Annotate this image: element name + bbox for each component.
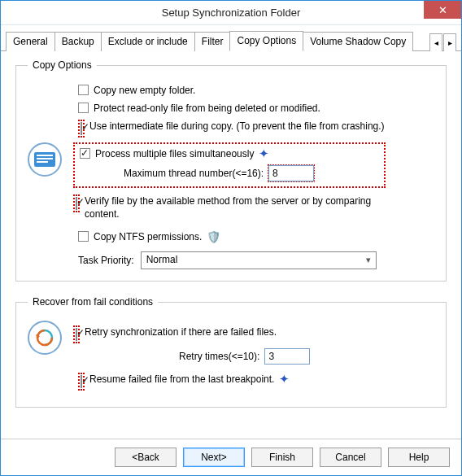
label-intermediate-file: Use intermediate file during copy. (To p… xyxy=(89,120,385,133)
sync-swirl-icon xyxy=(34,327,55,348)
option-protect-readonly[interactable]: Protect read-only file from being delete… xyxy=(78,102,320,115)
tab-copy-options[interactable]: Copy Options xyxy=(229,31,303,51)
group-recover-legend: Recover from fail conditions xyxy=(28,296,158,308)
label-retry-times: Retry times(<=10): xyxy=(179,351,259,362)
group-copy-options: Copy Options Copy new empty folder. Prot… xyxy=(15,59,447,282)
option-multithread[interactable]: Process multiple files simultaneously ✦ xyxy=(80,147,376,160)
svg-rect-3 xyxy=(37,161,48,163)
dialog-window: Setup Synchronization Folder ✕ General B… xyxy=(0,0,462,476)
copy-group-icon xyxy=(28,142,62,177)
checkbox-resume-breakpoint[interactable] xyxy=(81,375,82,388)
label-max-thread: Maximum thread number(<=16): xyxy=(124,168,264,179)
cancel-button[interactable]: Cancel xyxy=(320,448,381,467)
option-copy-ntfs[interactable]: Copy NTFS permissions. 🛡️ xyxy=(78,230,220,243)
keyboard-lines-icon xyxy=(34,152,55,167)
tabstrip-scroll-right[interactable]: ▸ xyxy=(443,33,456,51)
option-retry-sync[interactable]: Retry synchronization if there are faile… xyxy=(73,325,277,343)
svg-rect-2 xyxy=(37,158,53,159)
checkbox-retry-sync[interactable] xyxy=(76,328,77,341)
titlebar: Setup Synchronization Folder ✕ xyxy=(1,1,461,25)
svg-rect-1 xyxy=(37,155,53,156)
uac-shield-icon: 🛡️ xyxy=(207,230,220,243)
label-task-priority: Task Priority: xyxy=(78,255,134,266)
label-multithread: Process multiple files simultaneously xyxy=(95,147,254,160)
tabstrip-scroll-left[interactable]: ◂ xyxy=(429,33,442,51)
select-task-priority[interactable]: Normal xyxy=(141,251,377,269)
recover-group-icon xyxy=(28,321,62,355)
checkbox-copy-ntfs[interactable] xyxy=(78,231,89,242)
input-retry-times[interactable] xyxy=(264,348,310,365)
tabstrip: General Backup Exclude or include Filter… xyxy=(1,25,461,51)
option-copy-new-empty[interactable]: Copy new empty folder. xyxy=(78,84,195,97)
label-resume-breakpoint: Resume failed file from the last breakpo… xyxy=(89,373,274,386)
checkbox-verify-file[interactable] xyxy=(76,197,77,210)
sparkle-icon: ✦ xyxy=(279,373,290,386)
group-recover: Recover from fail conditions Retry synch… xyxy=(15,296,447,408)
chevron-left-icon: ◂ xyxy=(434,38,438,47)
help-button[interactable]: Help xyxy=(388,448,450,467)
tab-filter[interactable]: Filter xyxy=(194,32,231,51)
chevron-right-icon: ▸ xyxy=(448,38,452,47)
option-intermediate-file[interactable]: Use intermediate file during copy. (To p… xyxy=(78,120,385,138)
dialog-footer: <Back Next> Finish Cancel Help xyxy=(1,439,461,475)
label-retry-sync: Retry synchronization if there are faile… xyxy=(85,325,277,338)
option-resume-breakpoint[interactable]: Resume failed file from the last breakpo… xyxy=(78,373,290,391)
checkbox-copy-new-empty[interactable] xyxy=(78,85,89,95)
checkbox-intermediate-file[interactable] xyxy=(81,122,82,135)
dialog-body: Copy Options Copy new empty folder. Prot… xyxy=(1,51,461,439)
label-copy-ntfs: Copy NTFS permissions. xyxy=(94,230,202,243)
checkbox-multithread[interactable] xyxy=(80,148,90,159)
group-copy-legend: Copy Options xyxy=(28,59,97,71)
checkbox-protect-readonly[interactable] xyxy=(78,103,89,113)
finish-button[interactable]: Finish xyxy=(251,448,313,467)
label-copy-new-empty: Copy new empty folder. xyxy=(94,84,195,97)
back-button[interactable]: <Back xyxy=(115,448,177,467)
tab-exclude-include[interactable]: Exclude or include xyxy=(101,32,195,51)
sparkle-icon: ✦ xyxy=(259,147,269,160)
window-title: Setup Synchronization Folder xyxy=(1,7,461,19)
option-verify-file[interactable]: Verify file by the available method from… xyxy=(73,194,394,221)
close-icon: ✕ xyxy=(438,4,447,16)
tab-volume-shadow-copy[interactable]: Volume Shadow Copy xyxy=(303,32,413,51)
next-button[interactable]: Next> xyxy=(183,448,245,467)
label-verify-file: Verify file by the available method from… xyxy=(85,194,394,221)
tab-general[interactable]: General xyxy=(6,32,55,51)
label-protect-readonly: Protect read-only file from being delete… xyxy=(94,102,320,115)
window-close-button[interactable]: ✕ xyxy=(424,1,461,19)
select-task-priority-value: Normal xyxy=(146,254,178,265)
tab-backup[interactable]: Backup xyxy=(54,32,102,51)
input-max-thread[interactable] xyxy=(268,165,314,181)
